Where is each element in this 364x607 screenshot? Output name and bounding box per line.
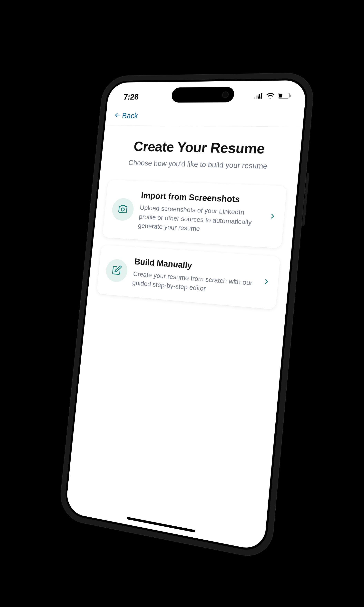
- back-button[interactable]: Back: [114, 112, 138, 120]
- svg-point-8: [121, 208, 124, 211]
- option-import-screenshots[interactable]: Import from Screenshots Upload screensho…: [102, 180, 287, 248]
- page-subtitle: Choose how you'd like to build your resu…: [109, 158, 289, 172]
- wifi-icon: [266, 93, 275, 99]
- camera-lens: [222, 91, 229, 98]
- option-title: Import from Screenshots: [141, 191, 264, 206]
- cellular-icon: [254, 93, 263, 99]
- option-desc: Create your resume from scratch with our…: [132, 269, 256, 298]
- dynamic-island: [171, 87, 235, 103]
- option-icon-circle: [111, 198, 134, 221]
- page-title: Create Your Resume: [111, 138, 291, 158]
- chevron-right-icon: [262, 278, 270, 286]
- arrow-left-icon: [114, 112, 121, 120]
- edit-icon: [111, 264, 122, 277]
- chevron-right-icon: [269, 212, 276, 221]
- svg-rect-1: [256, 95, 258, 99]
- screen: 7:28: [65, 80, 307, 552]
- status-time: 7:28: [123, 92, 139, 102]
- back-label: Back: [121, 112, 138, 120]
- option-desc: Upload screenshots of your LinkedIn prof…: [138, 203, 263, 237]
- option-icon-circle: [105, 258, 128, 283]
- option-build-manually[interactable]: Build Manually Create your resume from s…: [96, 245, 280, 310]
- camera-icon: [117, 203, 128, 215]
- svg-rect-0: [254, 97, 255, 99]
- svg-rect-4: [278, 93, 290, 98]
- option-text: Import from Screenshots Upload screensho…: [138, 191, 264, 237]
- nav-bar: Back: [105, 108, 304, 127]
- option-text: Build Manually Create your resume from s…: [132, 256, 257, 298]
- status-icons: [254, 93, 291, 100]
- home-indicator[interactable]: [127, 517, 195, 532]
- svg-rect-3: [260, 93, 262, 99]
- device-mockup: 7:28: [58, 73, 315, 561]
- battery-icon: [277, 93, 291, 100]
- svg-rect-5: [290, 95, 291, 97]
- svg-rect-2: [258, 94, 260, 99]
- svg-rect-6: [279, 94, 282, 97]
- content: Create Your Resume Choose how you'd like…: [88, 125, 303, 311]
- phone-frame: 7:28: [58, 73, 315, 561]
